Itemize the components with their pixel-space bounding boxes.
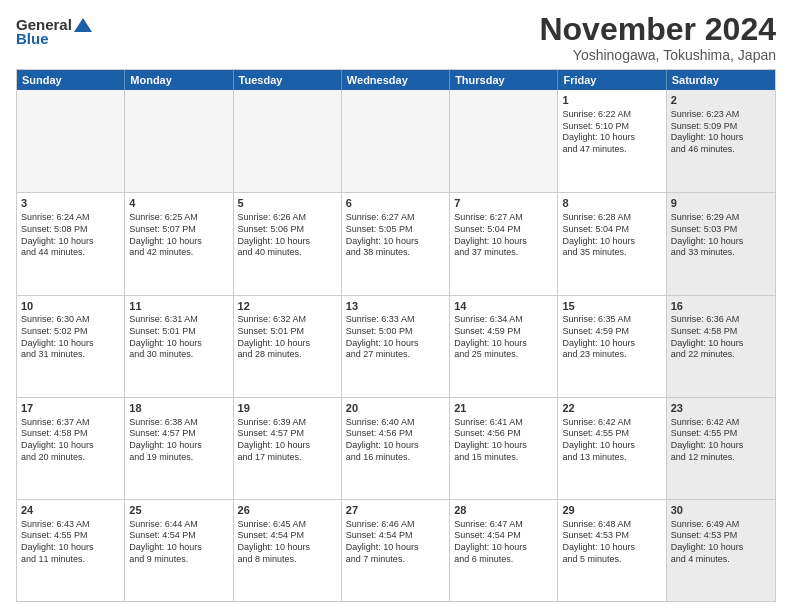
cell-info: Sunrise: 6:47 AMSunset: 4:54 PMDaylight:… — [454, 519, 553, 566]
calendar-cell-5: 5Sunrise: 6:26 AMSunset: 5:06 PMDaylight… — [234, 193, 342, 294]
calendar-cell-21: 21Sunrise: 6:41 AMSunset: 4:56 PMDayligh… — [450, 398, 558, 499]
day-number: 18 — [129, 401, 228, 416]
header: General Blue November 2024 Yoshinogawa, … — [16, 12, 776, 63]
cell-info: Sunrise: 6:34 AMSunset: 4:59 PMDaylight:… — [454, 314, 553, 361]
calendar-cell-17: 17Sunrise: 6:37 AMSunset: 4:58 PMDayligh… — [17, 398, 125, 499]
calendar-row-5: 24Sunrise: 6:43 AMSunset: 4:55 PMDayligh… — [17, 499, 775, 601]
day-number: 12 — [238, 299, 337, 314]
calendar-cell-12: 12Sunrise: 6:32 AMSunset: 5:01 PMDayligh… — [234, 296, 342, 397]
day-number: 3 — [21, 196, 120, 211]
calendar-cell-8: 8Sunrise: 6:28 AMSunset: 5:04 PMDaylight… — [558, 193, 666, 294]
cell-info: Sunrise: 6:43 AMSunset: 4:55 PMDaylight:… — [21, 519, 120, 566]
day-number: 27 — [346, 503, 445, 518]
day-number: 11 — [129, 299, 228, 314]
cell-info: Sunrise: 6:42 AMSunset: 4:55 PMDaylight:… — [671, 417, 771, 464]
location: Yoshinogawa, Tokushima, Japan — [539, 47, 776, 63]
day-number: 7 — [454, 196, 553, 211]
header-day-friday: Friday — [558, 70, 666, 90]
cell-info: Sunrise: 6:28 AMSunset: 5:04 PMDaylight:… — [562, 212, 661, 259]
cell-info: Sunrise: 6:27 AMSunset: 5:05 PMDaylight:… — [346, 212, 445, 259]
day-number: 29 — [562, 503, 661, 518]
calendar-row-2: 3Sunrise: 6:24 AMSunset: 5:08 PMDaylight… — [17, 192, 775, 294]
calendar-cell-25: 25Sunrise: 6:44 AMSunset: 4:54 PMDayligh… — [125, 500, 233, 601]
calendar-cell-9: 9Sunrise: 6:29 AMSunset: 5:03 PMDaylight… — [667, 193, 775, 294]
calendar-row-4: 17Sunrise: 6:37 AMSunset: 4:58 PMDayligh… — [17, 397, 775, 499]
calendar-cell-empty — [234, 90, 342, 192]
calendar-cell-28: 28Sunrise: 6:47 AMSunset: 4:54 PMDayligh… — [450, 500, 558, 601]
day-number: 15 — [562, 299, 661, 314]
day-number: 26 — [238, 503, 337, 518]
calendar-cell-empty — [17, 90, 125, 192]
header-day-monday: Monday — [125, 70, 233, 90]
cell-info: Sunrise: 6:40 AMSunset: 4:56 PMDaylight:… — [346, 417, 445, 464]
day-number: 9 — [671, 196, 771, 211]
calendar-cell-20: 20Sunrise: 6:40 AMSunset: 4:56 PMDayligh… — [342, 398, 450, 499]
header-day-tuesday: Tuesday — [234, 70, 342, 90]
cell-info: Sunrise: 6:30 AMSunset: 5:02 PMDaylight:… — [21, 314, 120, 361]
logo: General Blue — [16, 16, 92, 47]
calendar-row-1: 1Sunrise: 6:22 AMSunset: 5:10 PMDaylight… — [17, 90, 775, 192]
cell-info: Sunrise: 6:41 AMSunset: 4:56 PMDaylight:… — [454, 417, 553, 464]
header-day-wednesday: Wednesday — [342, 70, 450, 90]
cell-info: Sunrise: 6:23 AMSunset: 5:09 PMDaylight:… — [671, 109, 771, 156]
cell-info: Sunrise: 6:33 AMSunset: 5:00 PMDaylight:… — [346, 314, 445, 361]
day-number: 14 — [454, 299, 553, 314]
cell-info: Sunrise: 6:42 AMSunset: 4:55 PMDaylight:… — [562, 417, 661, 464]
calendar-cell-22: 22Sunrise: 6:42 AMSunset: 4:55 PMDayligh… — [558, 398, 666, 499]
day-number: 30 — [671, 503, 771, 518]
cell-info: Sunrise: 6:46 AMSunset: 4:54 PMDaylight:… — [346, 519, 445, 566]
day-number: 13 — [346, 299, 445, 314]
calendar-cell-24: 24Sunrise: 6:43 AMSunset: 4:55 PMDayligh… — [17, 500, 125, 601]
day-number: 4 — [129, 196, 228, 211]
day-number: 2 — [671, 93, 771, 108]
calendar-header: SundayMondayTuesdayWednesdayThursdayFrid… — [17, 70, 775, 90]
calendar-cell-27: 27Sunrise: 6:46 AMSunset: 4:54 PMDayligh… — [342, 500, 450, 601]
logo-blue: Blue — [16, 30, 49, 47]
cell-info: Sunrise: 6:49 AMSunset: 4:53 PMDaylight:… — [671, 519, 771, 566]
calendar-cell-4: 4Sunrise: 6:25 AMSunset: 5:07 PMDaylight… — [125, 193, 233, 294]
cell-info: Sunrise: 6:32 AMSunset: 5:01 PMDaylight:… — [238, 314, 337, 361]
page: General Blue November 2024 Yoshinogawa, … — [0, 0, 792, 612]
logo-icon — [74, 18, 92, 32]
calendar-cell-7: 7Sunrise: 6:27 AMSunset: 5:04 PMDaylight… — [450, 193, 558, 294]
cell-info: Sunrise: 6:35 AMSunset: 4:59 PMDaylight:… — [562, 314, 661, 361]
cell-info: Sunrise: 6:27 AMSunset: 5:04 PMDaylight:… — [454, 212, 553, 259]
calendar-row-3: 10Sunrise: 6:30 AMSunset: 5:02 PMDayligh… — [17, 295, 775, 397]
day-number: 28 — [454, 503, 553, 518]
calendar-cell-18: 18Sunrise: 6:38 AMSunset: 4:57 PMDayligh… — [125, 398, 233, 499]
cell-info: Sunrise: 6:29 AMSunset: 5:03 PMDaylight:… — [671, 212, 771, 259]
cell-info: Sunrise: 6:45 AMSunset: 4:54 PMDaylight:… — [238, 519, 337, 566]
month-title: November 2024 — [539, 12, 776, 47]
day-number: 25 — [129, 503, 228, 518]
calendar-cell-1: 1Sunrise: 6:22 AMSunset: 5:10 PMDaylight… — [558, 90, 666, 192]
calendar-cell-16: 16Sunrise: 6:36 AMSunset: 4:58 PMDayligh… — [667, 296, 775, 397]
day-number: 1 — [562, 93, 661, 108]
cell-info: Sunrise: 6:48 AMSunset: 4:53 PMDaylight:… — [562, 519, 661, 566]
calendar-cell-26: 26Sunrise: 6:45 AMSunset: 4:54 PMDayligh… — [234, 500, 342, 601]
calendar-cell-23: 23Sunrise: 6:42 AMSunset: 4:55 PMDayligh… — [667, 398, 775, 499]
header-day-thursday: Thursday — [450, 70, 558, 90]
calendar-cell-empty — [450, 90, 558, 192]
calendar-cell-13: 13Sunrise: 6:33 AMSunset: 5:00 PMDayligh… — [342, 296, 450, 397]
cell-info: Sunrise: 6:36 AMSunset: 4:58 PMDaylight:… — [671, 314, 771, 361]
day-number: 8 — [562, 196, 661, 211]
cell-info: Sunrise: 6:25 AMSunset: 5:07 PMDaylight:… — [129, 212, 228, 259]
calendar-cell-empty — [125, 90, 233, 192]
calendar-cell-11: 11Sunrise: 6:31 AMSunset: 5:01 PMDayligh… — [125, 296, 233, 397]
day-number: 23 — [671, 401, 771, 416]
calendar-cell-2: 2Sunrise: 6:23 AMSunset: 5:09 PMDaylight… — [667, 90, 775, 192]
calendar-body: 1Sunrise: 6:22 AMSunset: 5:10 PMDaylight… — [17, 90, 775, 601]
calendar-cell-15: 15Sunrise: 6:35 AMSunset: 4:59 PMDayligh… — [558, 296, 666, 397]
title-area: November 2024 Yoshinogawa, Tokushima, Ja… — [539, 12, 776, 63]
day-number: 22 — [562, 401, 661, 416]
day-number: 5 — [238, 196, 337, 211]
calendar-cell-6: 6Sunrise: 6:27 AMSunset: 5:05 PMDaylight… — [342, 193, 450, 294]
day-number: 16 — [671, 299, 771, 314]
day-number: 24 — [21, 503, 120, 518]
calendar-cell-19: 19Sunrise: 6:39 AMSunset: 4:57 PMDayligh… — [234, 398, 342, 499]
header-day-sunday: Sunday — [17, 70, 125, 90]
cell-info: Sunrise: 6:38 AMSunset: 4:57 PMDaylight:… — [129, 417, 228, 464]
cell-info: Sunrise: 6:44 AMSunset: 4:54 PMDaylight:… — [129, 519, 228, 566]
day-number: 20 — [346, 401, 445, 416]
cell-info: Sunrise: 6:24 AMSunset: 5:08 PMDaylight:… — [21, 212, 120, 259]
